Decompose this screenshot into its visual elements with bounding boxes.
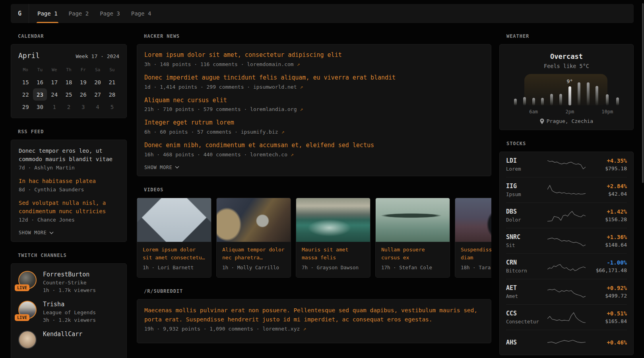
- twitch-channel-name: KendallCarr: [43, 331, 82, 338]
- twitch-channel-name: ForrestBurton: [43, 271, 96, 278]
- page-tab[interactable]: Page 2: [69, 4, 89, 23]
- video-card[interactable]: Aliquam tempor dolor nec pharetra… 1h · …: [216, 198, 291, 278]
- video-thumbnail: [137, 198, 211, 242]
- video-card[interactable]: Suspendisse interdum diam 18h · Tara: [455, 198, 491, 278]
- subreddit-section-title: /R/SUBREDDIT: [144, 288, 491, 294]
- calendar-day: 15: [19, 76, 32, 88]
- stock-row[interactable]: AET Amet +0.92% $499.72: [506, 279, 627, 304]
- top-navbar: G Page 1 Page 2 Page 3 Page 4: [11, 4, 634, 23]
- calendar-day: 27: [91, 88, 104, 101]
- video-card[interactable]: Lorem ipsum dolor sit amet consectetu… 1…: [137, 198, 211, 278]
- external-link-icon[interactable]: ↗: [297, 61, 300, 67]
- external-link-icon[interactable]: ↗: [281, 129, 284, 135]
- hackernews-item-title[interactable]: Integer eget rutrum lorem: [144, 119, 484, 127]
- stock-row[interactable]: LDI Lorem +4.35% $795.18: [506, 152, 627, 177]
- videos-section-title: VIDEOS: [144, 187, 491, 193]
- calendar-day: 22: [19, 88, 32, 101]
- page-tab[interactable]: Page 4: [131, 4, 151, 23]
- page-scrollbar[interactable]: [642, 3, 644, 183]
- calendar-weekday: Mo: [18, 64, 33, 76]
- stock-identity: CCS Consectetur: [506, 310, 547, 325]
- rss-item-title[interactable]: Sed volutpat nulla nisl, a condimentum n…: [19, 199, 119, 216]
- rss-item-meta: 12d · Chance Jones: [19, 217, 119, 223]
- calendar-month: April: [18, 51, 40, 60]
- hackernews-item-title[interactable]: Donec imperdiet augue tincidunt felis al…: [144, 74, 484, 82]
- calendar-day: 24: [48, 88, 61, 101]
- stock-ticker: DBS: [506, 208, 547, 215]
- hackernews-item: Donec imperdiet augue tincidunt felis al…: [144, 74, 484, 90]
- hackernews-item-title[interactable]: Aliquam nec cursus elit: [144, 96, 484, 105]
- calendar-day: 29: [19, 101, 32, 113]
- weather-bar-slot: [547, 76, 556, 115]
- rss-item-title[interactable]: Donec tempor eros leo, ut commodo mauris…: [19, 147, 119, 163]
- stock-values: -1.00% $66,171.48: [586, 259, 627, 273]
- stock-values: +0.46%: [586, 339, 627, 346]
- stock-row[interactable]: CRN Bitcorn -1.00% $66,171.48: [506, 253, 627, 279]
- rss-show-more-button[interactable]: SHOW MORE: [19, 229, 54, 236]
- weather-bar-slot: 9° 2pm: [565, 76, 574, 115]
- page-tabs: Page 1 Page 2 Page 3 Page 4: [37, 4, 151, 23]
- external-link-icon[interactable]: ↗: [300, 84, 303, 90]
- hackernews-item: Aliquam nec cursus elit 21h · 710 points…: [144, 96, 484, 113]
- twitch-channel-row[interactable]: LIVE ForrestBurton Counter-Strike 1h · 1…: [18, 271, 119, 293]
- hackernews-show-more-button[interactable]: SHOW MORE: [144, 164, 179, 171]
- hackernews-widget: Lorem ipsum dolor sit amet, consectetur …: [137, 44, 491, 176]
- subreddit-post-meta: 19h · 9,932 points · 1,090 comments · lo…: [144, 326, 484, 332]
- weather-bar-slot: [556, 76, 565, 115]
- calendar-day: 18: [62, 76, 76, 88]
- page-tab-label: Page 3: [100, 10, 120, 17]
- hackernews-item: Lorem ipsum dolor sit amet, consectetur …: [144, 51, 484, 67]
- stock-row[interactable]: CCS Consectetur +0.51% $165.84: [506, 304, 627, 330]
- video-title: Suspendisse interdum diam: [461, 246, 491, 262]
- stock-name: Consectetur: [506, 319, 547, 325]
- external-link-icon[interactable]: ↗: [300, 106, 303, 112]
- twitch-channel-row[interactable]: LIVE Trisha League of Legends 3h · 1.2k …: [18, 301, 119, 323]
- stock-row[interactable]: AHS +0.46%: [506, 330, 627, 355]
- stock-name: Sit: [506, 242, 547, 248]
- stock-identity: AHS: [506, 339, 547, 346]
- stock-change-percent: +1.36%: [586, 234, 627, 240]
- hackernews-item-meta: 21h · 710 points · 579 comments · loreml…: [144, 106, 484, 112]
- video-meta: 1h · Molly Carrillo: [222, 265, 285, 270]
- weather-widget: Overcast Feels like 5°C: [499, 44, 634, 130]
- weather-hour-label: 10pm: [601, 109, 613, 115]
- weather-bar: [616, 97, 619, 105]
- calendar-day: 25: [62, 88, 76, 101]
- app-logo[interactable]: G: [11, 4, 29, 23]
- external-link-icon[interactable]: ↗: [303, 326, 306, 332]
- stock-name: Dolor: [506, 217, 547, 223]
- subreddit-post-title[interactable]: Maecenas mollis pulvinar erat non posuer…: [144, 306, 484, 324]
- stock-change-percent: +0.92%: [586, 285, 627, 291]
- weather-bar-slot: [511, 76, 520, 115]
- hackernews-item-title[interactable]: Lorem ipsum dolor sit amet, consectetur …: [144, 51, 484, 60]
- hackernews-section-title: HACKER NEWS: [144, 33, 491, 39]
- hackernews-item: Donec enim nibh, condimentum et accumsan…: [144, 141, 484, 158]
- chevron-down-icon: [175, 166, 179, 169]
- weather-bar-slot: [613, 76, 622, 115]
- video-card[interactable]: Mauris sit amet massa felis 7h · Grayson…: [296, 198, 370, 278]
- calendar-day: 28: [105, 88, 119, 101]
- page-tab[interactable]: Page 3: [100, 4, 120, 23]
- hackernews-item-title[interactable]: Donec enim nibh, condimentum et accumsan…: [144, 141, 484, 150]
- external-link-icon[interactable]: ↗: [291, 152, 294, 158]
- video-card[interactable]: Nullam posuere cursus ex 17h · Stefan Co…: [375, 198, 450, 278]
- calendar-day: 5: [105, 101, 119, 113]
- rss-item-title[interactable]: In hac habitasse platea: [19, 177, 119, 185]
- page-tab[interactable]: Page 1: [37, 4, 58, 23]
- hackernews-item: Integer eget rutrum lorem 6h · 60 points…: [144, 119, 484, 135]
- stock-ticker: SNRC: [506, 233, 547, 241]
- stock-price: $148.64: [586, 242, 627, 248]
- stock-row[interactable]: IIG Ipsum +2.84% $42.04: [506, 177, 627, 202]
- subreddit-widget: Maecenas mollis pulvinar erat non posuer…: [137, 299, 491, 343]
- stock-sparkline: [547, 285, 586, 299]
- calendar-day: 2: [62, 101, 76, 113]
- avatar: [18, 331, 37, 349]
- weather-location-text: Prague, Czechia: [547, 118, 593, 124]
- weather-hourly-chart: 6am: [506, 76, 627, 115]
- stock-identity: IIG Ipsum: [506, 183, 547, 197]
- stock-row[interactable]: SNRC Sit +1.36% $148.64: [506, 228, 627, 253]
- rss-section-title: RSS FEED: [18, 129, 127, 134]
- twitch-section-title: TWITCH CHANNELS: [18, 253, 127, 258]
- stock-row[interactable]: DBS Dolor +1.42% $156.28: [506, 202, 627, 228]
- twitch-channel-row[interactable]: LIVE KendallCarr: [18, 331, 119, 349]
